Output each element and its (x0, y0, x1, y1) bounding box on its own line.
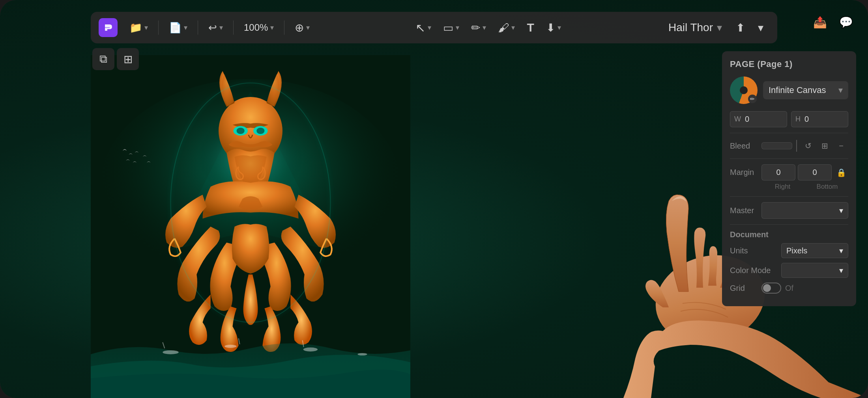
bleed-slider[interactable] (796, 140, 797, 152)
share-btn[interactable]: 📤 (810, 12, 830, 32)
grid-toggle[interactable] (761, 283, 781, 294)
svg-point-6 (237, 128, 245, 134)
toggle-knob (763, 284, 771, 292)
page-thumb-inner (740, 86, 748, 94)
project-name-label: Hail Thor (668, 21, 713, 34)
project-chevron: ▾ (717, 22, 722, 34)
text-icon: T (527, 21, 534, 34)
export-icon: ⬆ (736, 21, 745, 34)
margin-bottom-sub-label: Bottom (806, 183, 848, 191)
chevron-icon-4: ▾ (270, 23, 274, 32)
collaborate-icon: 💬 (839, 16, 853, 29)
separator-1 (158, 20, 159, 35)
download-icon: ⬇ (546, 21, 555, 34)
main-toolbar: 📁 ▾ 📄 ▾ ↩ ▾ 100% ▾ ⊕ ▾ ↖ ▾ (91, 12, 777, 43)
document-section: Document Units Pixels ▾ Color Mode ▾ Gri… (730, 230, 848, 294)
width-input[interactable]: W 0 (730, 111, 787, 127)
units-chevron: ▾ (839, 246, 843, 255)
extra-export-btn[interactable]: ▾ (752, 19, 769, 36)
magnet-btn[interactable]: ⊕ ▾ (290, 18, 314, 37)
master-dropdown[interactable]: ▾ (761, 202, 848, 219)
download-tool[interactable]: ⬇ ▾ (541, 18, 566, 38)
properties-panel: PAGE (Page 1) ✏ Infinite Canvas ▾ W 0 H … (722, 51, 856, 306)
margin-bottom-input[interactable]: 0 (798, 164, 832, 180)
toolbar-right: Hail Thor ▾ ⬆ ▾ (662, 18, 769, 37)
divider-3 (730, 196, 848, 197)
bleed-input[interactable] (761, 142, 792, 149)
chevron-icon-2: ▾ (184, 23, 187, 32)
height-input[interactable]: H 0 (791, 111, 848, 127)
magnet-icon: ⊕ (295, 21, 304, 34)
pen-icon: ✏ (471, 21, 480, 34)
height-value: 0 (804, 115, 809, 124)
panel-top-icons: 📤 💬 (810, 12, 856, 32)
minus-icon: − (839, 141, 844, 151)
units-row: Units Pixels ▾ (730, 243, 848, 258)
rect-tool[interactable]: ▭ ▾ (438, 18, 464, 38)
save-btn[interactable]: 📄 ▾ (164, 19, 192, 37)
units-label: Units (730, 246, 781, 255)
reset-icon: ↺ (805, 141, 812, 151)
svg-point-10 (303, 348, 318, 352)
chevron-icon-5: ▾ (306, 23, 310, 32)
chevron-icon-7: ▾ (456, 23, 459, 32)
artwork-svg (91, 55, 410, 398)
svg-point-9 (224, 345, 236, 348)
copy-icon: ⧉ (99, 53, 107, 66)
cursor-icon: ↖ (415, 21, 425, 35)
chevron-icon-10: ▾ (557, 23, 561, 32)
svg-point-8 (163, 350, 179, 354)
master-chevron: ▾ (839, 206, 843, 215)
units-dropdown[interactable]: Pixels ▾ (781, 243, 848, 258)
separator-2 (198, 20, 198, 35)
bleed-label: Bleed (730, 141, 761, 151)
color-mode-row: Color Mode ▾ (730, 263, 848, 278)
layers-icon: ⊞ (123, 53, 133, 66)
cursor-tool[interactable]: ↖ ▾ (411, 18, 436, 38)
undo-icon: ↩ (208, 22, 217, 34)
margin-label: Margin (730, 168, 761, 177)
margin-right-sub-label: Right (761, 183, 804, 191)
app-logo[interactable] (99, 18, 118, 37)
bleed-minus-btn[interactable]: − (834, 139, 848, 153)
zoom-btn[interactable]: 100% ▾ (239, 19, 279, 36)
bleed-row: Bleed ↺ ⊞ − (730, 139, 848, 153)
page-thumbnail[interactable]: ✏ (730, 76, 758, 104)
margin-right-input[interactable]: 0 (761, 164, 795, 180)
collaborate-btn[interactable]: 💬 (836, 12, 856, 32)
bleed-expand-btn[interactable]: ⊞ (817, 139, 832, 153)
brush-tool[interactable]: 🖌 ▾ (493, 18, 520, 38)
chevron-icon-9: ▾ (511, 23, 515, 32)
margin-sub-labels: Right Bottom (761, 183, 848, 191)
margin-row: Margin 0 0 🔒 (730, 164, 848, 180)
panel-title: PAGE (Page 1) (730, 59, 848, 69)
copy-pages-btn[interactable]: ⧉ (92, 48, 114, 70)
folder-icon: 📁 (129, 22, 142, 34)
canvas-type-dropdown[interactable]: Infinite Canvas ▾ (763, 81, 848, 99)
page-preview: ✏ Infinite Canvas ▾ (730, 76, 848, 104)
height-label: H (795, 115, 801, 123)
width-value: 0 (745, 115, 749, 124)
export-btn[interactable]: ⬆ (731, 19, 749, 36)
project-name-btn[interactable]: Hail Thor ▾ (662, 18, 728, 37)
canvas-area[interactable] (91, 55, 410, 398)
color-mode-chevron: ▾ (839, 266, 843, 275)
divider-1 (730, 133, 848, 133)
margin-lock-btn[interactable]: 🔒 (834, 166, 848, 180)
svg-point-7 (256, 128, 264, 134)
file-btn[interactable]: 📁 ▾ (125, 19, 153, 37)
bleed-reset-btn[interactable]: ↺ (801, 139, 815, 153)
pen-tool[interactable]: ✏ ▾ (466, 18, 491, 38)
lock-icon: 🔒 (836, 168, 846, 177)
chevron-icon-8: ▾ (483, 23, 486, 32)
text-tool[interactable]: T (522, 18, 539, 38)
color-mode-dropdown[interactable]: ▾ (781, 263, 848, 278)
layers-btn[interactable]: ⊞ (117, 48, 139, 70)
page-edit-icon[interactable]: ✏ (748, 95, 757, 103)
bleed-controls: ↺ ⊞ − (761, 139, 848, 153)
save-icon: 📄 (169, 22, 181, 34)
undo-btn[interactable]: ↩ ▾ (204, 19, 228, 37)
device-frame: 📁 ▾ 📄 ▾ ↩ ▾ 100% ▾ ⊕ ▾ ↖ ▾ (0, 0, 868, 398)
canvas-type-label: Infinite Canvas (769, 85, 826, 95)
brush-icon: 🖌 (498, 21, 509, 34)
